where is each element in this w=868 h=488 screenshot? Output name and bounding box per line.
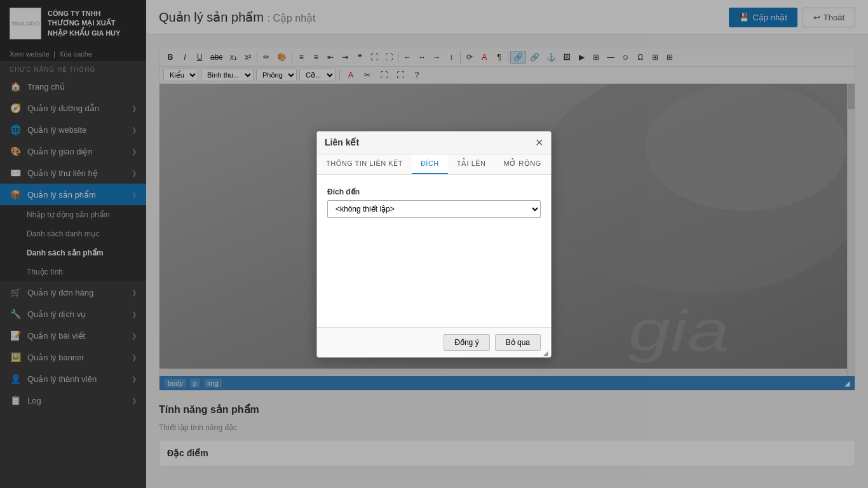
tab-mo-rong[interactable]: MỞ RỘNG: [495, 154, 550, 174]
modal-field-label: Đích đến: [327, 187, 541, 196]
confirm-button[interactable]: Đồng ý: [444, 334, 489, 351]
modal-overlay: Liên kết ✕ THÔNG TIN LIÊN KẾT ĐÍCH TẢI L…: [0, 0, 868, 488]
lien-ket-modal: Liên kết ✕ THÔNG TIN LIÊN KẾT ĐÍCH TẢI L…: [316, 131, 552, 358]
modal-body: Đích đến <không thiết lập> _blank _self …: [317, 175, 551, 327]
tab-thong-tin-lien-ket[interactable]: THÔNG TIN LIÊN KẾT: [317, 154, 412, 174]
modal-footer: Đồng ý Bỏ qua: [317, 327, 551, 357]
tab-tai-len[interactable]: TẢI LÊN: [448, 154, 495, 174]
modal-title: Liên kết: [325, 137, 359, 147]
resize-handle-icon[interactable]: ◢: [543, 349, 551, 357]
modal-close-button[interactable]: ✕: [535, 137, 543, 149]
modal-header: Liên kết ✕: [317, 132, 551, 154]
modal-tabs: THÔNG TIN LIÊN KẾT ĐÍCH TẢI LÊN MỞ RỘNG: [317, 154, 551, 175]
dich-den-select[interactable]: <không thiết lập> _blank _self _parent _…: [327, 200, 541, 218]
tab-dich[interactable]: ĐÍCH: [412, 154, 448, 174]
cancel-button[interactable]: Bỏ qua: [495, 334, 541, 351]
